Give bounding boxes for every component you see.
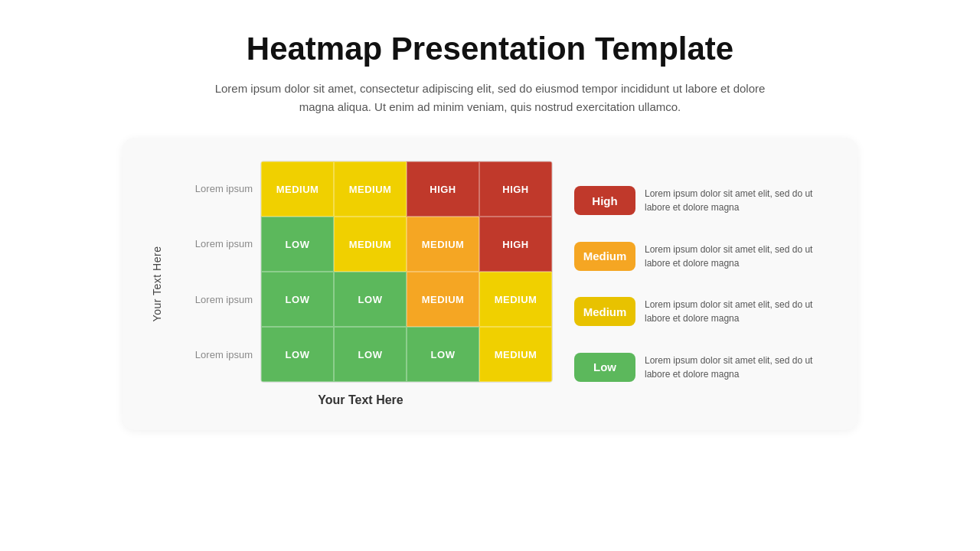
page: Heatmap Presentation Template Lorem ipsu…	[0, 0, 980, 551]
heatmap-grid: MEDIUM MEDIUM HIGH HIGH LOW MEDIUM MEDIU…	[260, 161, 553, 383]
row-labels-and-grid: Lorem ipsum Lorem ipsum Lorem ipsum Lore…	[168, 161, 553, 383]
grid-row-4: LOW LOW LOW MEDIUM	[261, 327, 552, 382]
cell-2-3: MEDIUM	[479, 272, 552, 327]
legend-badge-high: High	[574, 186, 635, 215]
cell-3-0: LOW	[261, 327, 334, 382]
page-subtitle: Lorem ipsum dolor sit amet, consectetur …	[199, 80, 781, 116]
cell-0-2: HIGH	[407, 161, 479, 217]
legend-text-high: Lorem ipsum dolor sit amet elit, sed do …	[645, 187, 827, 214]
grid-and-labels: Lorem ipsum Lorem ipsum Lorem ipsum Lore…	[168, 161, 553, 407]
cell-1-0: LOW	[261, 217, 334, 272]
row-label-3: Lorem ipsum	[168, 272, 253, 327]
cell-0-3: HIGH	[479, 161, 552, 217]
cell-2-2: MEDIUM	[407, 272, 479, 327]
heatmap-card: Your Text Here Lorem ipsum Lorem ipsum L…	[122, 138, 858, 430]
legend-item-medium-orange: Medium Lorem ipsum dolor sit amet elit, …	[574, 242, 827, 271]
cell-0-0: MEDIUM	[261, 161, 334, 217]
legend-badge-low: Low	[574, 353, 635, 382]
heatmap-area: Your Text Here Lorem ipsum Lorem ipsum L…	[145, 161, 827, 407]
cell-1-3: HIGH	[479, 217, 552, 272]
row-label-1: Lorem ipsum	[168, 161, 253, 216]
legend-badge-medium-yellow: Medium	[574, 297, 635, 326]
cell-2-1: LOW	[334, 272, 407, 327]
cell-0-1: MEDIUM	[334, 161, 407, 217]
cell-1-2: MEDIUM	[407, 217, 479, 272]
legend-item-high: High Lorem ipsum dolor sit amet elit, se…	[574, 186, 827, 215]
legend-item-medium-yellow: Medium Lorem ipsum dolor sit amet elit, …	[574, 297, 827, 326]
cell-3-3: MEDIUM	[479, 327, 552, 382]
cell-3-1: LOW	[334, 327, 407, 382]
legend-text-medium-orange: Lorem ipsum dolor sit amet elit, sed do …	[645, 243, 827, 270]
legend-item-low: Low Lorem ipsum dolor sit amet elit, sed…	[574, 353, 827, 382]
grid-row-1: MEDIUM MEDIUM HIGH HIGH	[261, 161, 552, 217]
row-label-2: Lorem ipsum	[168, 217, 253, 272]
row-labels: Lorem ipsum Lorem ipsum Lorem ipsum Lore…	[168, 161, 260, 383]
legend-text-medium-yellow: Lorem ipsum dolor sit amet elit, sed do …	[645, 298, 827, 325]
page-title: Heatmap Presentation Template	[247, 31, 733, 67]
x-axis-label: Your Text Here	[318, 393, 403, 407]
grid-row-2: LOW MEDIUM MEDIUM HIGH	[261, 217, 552, 272]
cell-3-2: LOW	[407, 327, 479, 382]
legend-badge-medium-orange: Medium	[574, 242, 635, 271]
grid-row-3: LOW LOW MEDIUM MEDIUM	[261, 272, 552, 327]
y-axis-label: Your Text Here	[151, 246, 163, 322]
legend-area: High Lorem ipsum dolor sit amet elit, se…	[553, 173, 827, 395]
cell-1-1: MEDIUM	[334, 217, 407, 272]
legend-text-low: Lorem ipsum dolor sit amet elit, sed do …	[645, 354, 827, 381]
cell-2-0: LOW	[261, 272, 334, 327]
y-axis-label-container: Your Text Here	[145, 169, 168, 399]
row-label-4: Lorem ipsum	[168, 328, 253, 383]
